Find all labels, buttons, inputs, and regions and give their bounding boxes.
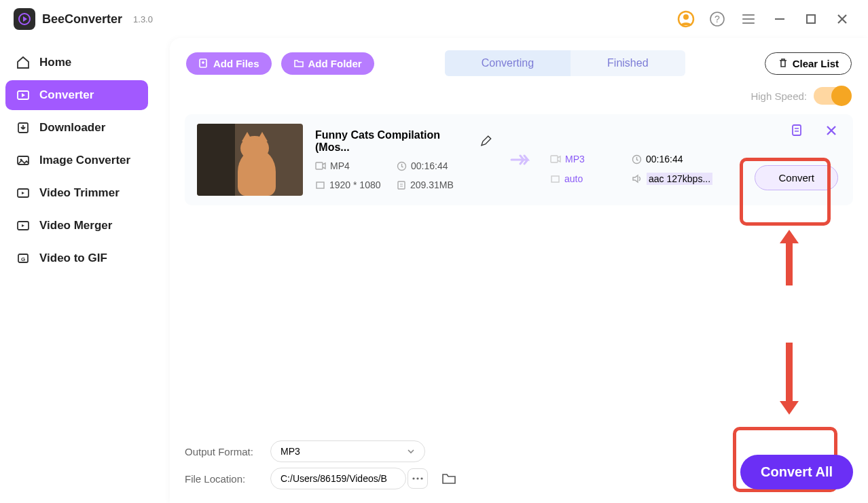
src-format: MP4 [330, 160, 350, 171]
svg-rect-18 [551, 156, 558, 162]
sidebar-item-video-to-gif[interactable]: GVideo to GIF [5, 243, 148, 273]
account-icon[interactable] [674, 7, 698, 31]
sidebar-item-home[interactable]: Home [5, 48, 148, 77]
high-speed-toggle[interactable] [814, 87, 850, 105]
svg-rect-20 [551, 176, 559, 182]
image-icon [15, 152, 31, 169]
svg-point-22 [412, 477, 414, 479]
svg-point-23 [416, 477, 418, 479]
clear-list-label: Clear List [793, 58, 839, 69]
svg-point-1 [683, 14, 689, 20]
output-format-select[interactable]: MP3 [270, 440, 425, 462]
trash-icon [778, 58, 789, 69]
edit-icon[interactable] [480, 135, 492, 148]
sidebar-item-label: Home [39, 56, 71, 69]
convert-button[interactable]: Convert [755, 165, 838, 190]
svg-text:?: ? [715, 14, 720, 24]
topbar: Add Files Add Folder Converting Finished… [170, 38, 868, 83]
sidebar-item-label: Video Merger [39, 219, 112, 232]
src-duration: 00:16:44 [411, 160, 448, 171]
video-icon [315, 161, 326, 171]
maximize-icon[interactable] [799, 7, 823, 31]
sidebar-item-label: Video Trimmer [39, 186, 120, 200]
task-settings-icon[interactable] [791, 124, 804, 137]
sidebar-item-image-converter[interactable]: Image Converter [5, 145, 148, 175]
annotation-arrow-icon [777, 341, 801, 419]
dst-format[interactable]: MP3 [565, 154, 585, 164]
audio-icon [632, 174, 643, 184]
sidebar-item-label: Video to GIF [39, 252, 107, 265]
tab-finished[interactable]: Finished [571, 50, 685, 76]
browse-button[interactable] [408, 468, 428, 489]
clock-icon [632, 154, 642, 164]
svg-rect-14 [316, 162, 323, 169]
svg-rect-17 [398, 181, 405, 189]
minimize-icon[interactable] [767, 7, 792, 31]
file-location-label: File Location: [185, 473, 261, 485]
open-folder-icon[interactable] [441, 472, 456, 485]
svg-rect-21 [793, 125, 801, 135]
annotation-arrow-icon [777, 227, 801, 287]
sidebar-item-label: Image Converter [39, 154, 130, 167]
output-format-value: MP3 [281, 446, 300, 457]
video-thumbnail[interactable] [197, 124, 303, 196]
svg-rect-16 [317, 182, 324, 188]
add-folder-label: Add Folder [308, 58, 362, 69]
source-meta: Funny Cats Compilation (Mos... MP4 00:16… [315, 129, 492, 190]
trimmer-icon [15, 185, 31, 201]
gif-icon: G [15, 250, 31, 266]
titlebar: BeeConverter 1.3.0 ? [0, 0, 868, 38]
add-files-button[interactable]: Add Files [186, 52, 272, 75]
resolution-icon [315, 180, 325, 190]
src-size: 209.31MB [410, 179, 454, 190]
file-location-input[interactable]: C:/Users/86159/Videos/B [270, 468, 406, 489]
download-icon [15, 120, 31, 136]
video-icon [550, 154, 561, 164]
add-files-label: Add Files [213, 58, 259, 69]
remove-file-icon[interactable] [825, 124, 838, 137]
filesize-icon [397, 180, 406, 190]
sidebar-item-label: Downloader [39, 121, 105, 135]
tab-converting[interactable]: Converting [445, 50, 571, 76]
main-panel: Add Files Add Folder Converting Finished… [170, 38, 868, 503]
convert-all-button[interactable]: Convert All [740, 455, 853, 489]
arrow-icon [504, 152, 538, 168]
app-name: BeeConverter [42, 12, 122, 27]
output-format-label: Output Format: [185, 446, 261, 457]
src-resolution: 1920 * 1080 [329, 179, 381, 190]
menu-icon[interactable] [736, 7, 761, 31]
sidebar-item-video-trimmer[interactable]: Video Trimmer [5, 178, 148, 208]
sidebar-item-label: Converter [39, 88, 94, 102]
file-title: Funny Cats Compilation (Mos... [315, 129, 474, 154]
svg-point-24 [420, 477, 422, 479]
chevron-down-icon [407, 447, 415, 455]
help-icon[interactable]: ? [705, 7, 729, 31]
app-version: 1.3.0 [133, 14, 153, 24]
dst-mode[interactable]: auto [564, 173, 583, 184]
clock-icon [397, 161, 407, 171]
add-folder-button[interactable]: Add Folder [281, 52, 374, 75]
high-speed-label: High Speed: [751, 90, 807, 102]
tabs: Converting Finished [445, 50, 685, 76]
footer: Output Format: MP3 File Location: C:/Use… [185, 435, 853, 495]
dst-duration: 00:16:44 [646, 154, 683, 164]
sidebar-item-video-merger[interactable]: Video Merger [5, 211, 148, 241]
output-meta: MP3 00:16:44 auto aac 127kbps... [550, 154, 740, 185]
merger-icon [15, 218, 31, 234]
converter-icon [15, 87, 31, 103]
close-icon[interactable] [830, 7, 854, 31]
sidebar: Home Converter Downloader Image Converte… [5, 45, 148, 276]
clear-list-button[interactable]: Clear List [765, 52, 852, 75]
high-speed-row: High Speed: [170, 83, 868, 114]
file-location-value: C:/Users/86159/Videos/B [281, 473, 387, 484]
file-card: Funny Cats Compilation (Mos... MP4 00:16… [185, 114, 853, 205]
sidebar-item-converter[interactable]: Converter [5, 80, 148, 110]
sidebar-item-downloader[interactable]: Downloader [5, 113, 148, 143]
svg-text:G: G [21, 256, 25, 262]
dst-audio[interactable]: aac 127kbps... [647, 173, 712, 185]
svg-rect-4 [807, 15, 815, 23]
home-icon [15, 54, 31, 71]
app-logo [14, 8, 35, 30]
resolution-icon [550, 174, 560, 184]
